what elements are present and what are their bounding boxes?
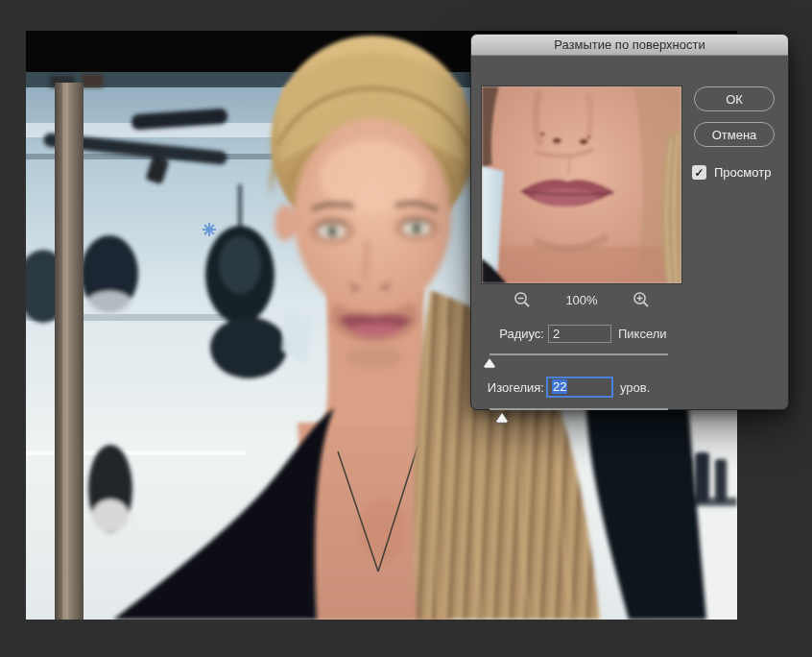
radius-unit-label: Пиксели bbox=[618, 327, 667, 341]
radius-value: 2 bbox=[553, 327, 560, 341]
dialog-titlebar[interactable]: Размытие по поверхности bbox=[471, 35, 788, 56]
preview-checkbox[interactable]: ✓ bbox=[692, 165, 706, 180]
blur-preview-thumbnail[interactable] bbox=[481, 85, 682, 284]
threshold-slider-track[interactable] bbox=[490, 408, 668, 410]
threshold-label: Изогелия: bbox=[471, 380, 544, 395]
cancel-button[interactable]: Отмена bbox=[694, 122, 775, 147]
radius-slider-track[interactable] bbox=[490, 353, 668, 355]
tool-cursor-sparkle bbox=[203, 223, 216, 236]
preview-checkbox-row[interactable]: ✓ Просмотр bbox=[692, 165, 771, 180]
preview-checkbox-label: Просмотр bbox=[714, 165, 771, 180]
stand-pole bbox=[55, 83, 84, 620]
radius-input[interactable]: 2 bbox=[548, 325, 611, 343]
surface-blur-dialog: Размытие по поверхности bbox=[470, 34, 789, 410]
zoom-out-button[interactable] bbox=[513, 290, 532, 309]
preview-face-closeup bbox=[482, 86, 681, 283]
threshold-value-selected: 22 bbox=[552, 379, 567, 394]
radius-label: Радиус: bbox=[471, 327, 544, 341]
threshold-slider-thumb[interactable] bbox=[495, 410, 509, 422]
magnifier-plus-icon bbox=[633, 291, 650, 308]
dialog-title: Размытие по поверхности bbox=[554, 37, 705, 52]
threshold-unit-label: уров. bbox=[620, 380, 650, 395]
photoshop-workspace: Размытие по поверхности bbox=[0, 0, 812, 657]
radius-slider-thumb[interactable] bbox=[483, 355, 496, 367]
ok-button[interactable]: ОК bbox=[694, 86, 775, 111]
checkmark-icon: ✓ bbox=[694, 166, 704, 180]
preview-zoom-controls: 100% bbox=[481, 289, 682, 310]
zoom-level-value: 100% bbox=[565, 293, 597, 307]
zoom-in-button[interactable] bbox=[632, 290, 651, 309]
magnifier-minus-icon bbox=[513, 291, 531, 308]
threshold-input[interactable]: 22 bbox=[546, 377, 613, 398]
dialog-body: 100% Радиус: 2 Пиксели bbox=[471, 56, 788, 409]
